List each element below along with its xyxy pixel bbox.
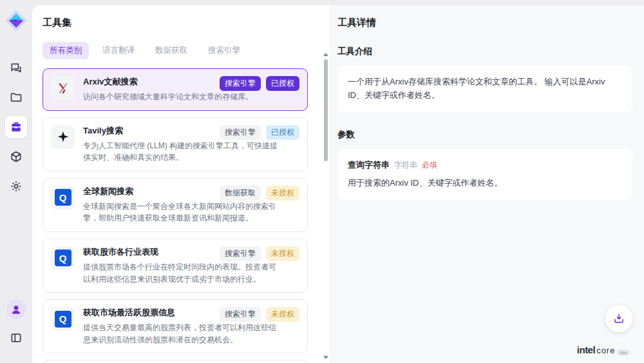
auth-status-badge: 未授权 <box>266 307 299 322</box>
tab-0[interactable]: 所有类别 <box>43 42 89 59</box>
tool-badges: 搜索引擎 未授权 <box>220 246 299 261</box>
tool-detail-panel: 工具详情 工具介绍 一个用于从Arxiv存储库搜索科学论文和文章的工具。 输入可… <box>330 5 644 363</box>
tab-2[interactable]: 数据获取 <box>148 42 194 59</box>
core-wordmark: core <box>596 346 615 355</box>
content-area: 工具集 所有类别语言翻译数据获取搜索引擎 Arxiv文献搜索 访问各个研究领域大… <box>32 5 644 363</box>
tool-description: 提供当天交易量最高的股票列表，投资者可以利用这些信息来识别流动性强的股票和潜在的… <box>83 322 279 346</box>
tavily-icon <box>51 125 75 149</box>
download-icon <box>613 313 625 324</box>
param-name: 查询字符串 <box>348 159 390 172</box>
sidebar <box>0 0 32 363</box>
tool-badges: 搜索引擎 已授权 <box>220 76 299 91</box>
intro-text: 一个用于从Arxiv存储库搜索科学论文和文章的工具。 输入可以是Arxiv ID… <box>348 77 605 100</box>
toolbox-icon[interactable] <box>5 116 27 138</box>
auth-status-badge: 未授权 <box>266 246 299 261</box>
user-avatar-icon[interactable] <box>6 300 26 319</box>
param-description: 用于搜索的Arxiv ID、关键字或作者姓名。 <box>348 177 622 190</box>
tool-badges: 数据获取 未授权 <box>220 186 299 201</box>
panel-toggle-icon[interactable] <box>5 327 27 349</box>
tool-card[interactable]: Tavily搜索 专为人工智能代理 (LLM) 构建的搜索引擎工具，可快速提供实… <box>43 117 308 172</box>
detail-title: 工具详情 <box>337 17 632 29</box>
q-logo-icon: Q <box>51 186 75 210</box>
param-card: 查询字符串 字符串 必填 用于搜索的Arxiv ID、关键字或作者姓名。 <box>337 149 632 201</box>
param-type: 字符串 <box>394 159 417 172</box>
scroll-up-arrow-icon[interactable] <box>323 53 328 56</box>
param-required-flag: 必填 <box>422 159 437 172</box>
tool-description: 专为人工智能代理 (LLM) 构建的搜索引擎工具，可快速提供实时、准确和真实的结… <box>83 140 279 164</box>
tool-card[interactable]: Arxiv文献搜索 访问各个研究领域大量科学论文和文章的存储库。 搜索引擎 已授… <box>43 68 308 111</box>
category-badge: 搜索引擎 <box>220 76 261 91</box>
auth-status-badge: 已授权 <box>266 76 299 91</box>
ultra-badge: Ultra <box>618 350 629 355</box>
tool-card[interactable]: Q 全球新闻搜索 全球新闻搜索是一个聚合全球各大新闻网站内容的搜索引擎，帮助用户… <box>43 178 308 232</box>
scroll-down-arrow-icon[interactable] <box>323 356 328 359</box>
q-logo-icon: Q <box>51 307 75 331</box>
q-logo-icon: Q <box>51 246 75 270</box>
tool-card[interactable]: Q 获取股市各行业表现 提供股票市场各个行业在特定时间段内的表现。投资者可以利用… <box>43 239 308 293</box>
scrollbar-thumb[interactable] <box>324 59 328 161</box>
folder-icon[interactable] <box>5 86 27 108</box>
app-logo-icon <box>5 9 28 32</box>
category-badge: 搜索引擎 <box>220 125 261 140</box>
category-badge: 搜索引擎 <box>220 307 261 322</box>
tool-description: 全球新闻搜索是一个聚合全球各大新闻网站内容的搜索引擎，帮助用户快速获取全球最新资… <box>83 201 279 224</box>
category-badge: 数据获取 <box>220 186 261 201</box>
intro-card: 一个用于从Arxiv存储库搜索科学论文和文章的工具。 输入可以是Arxiv ID… <box>337 66 632 112</box>
auth-status-badge: 已授权 <box>266 125 299 140</box>
tool-list: Arxiv文献搜索 访问各个研究领域大量科学论文和文章的存储库。 搜索引擎 已授… <box>43 68 308 363</box>
params-section-title: 参数 <box>337 129 632 141</box>
download-button[interactable] <box>605 305 632 332</box>
list-scrollbar[interactable] <box>323 54 328 358</box>
intel-wordmark: intel <box>577 344 595 355</box>
tab-1[interactable]: 语言翻译 <box>95 42 142 59</box>
intel-core-logo: intel core Ultra <box>577 344 629 355</box>
chat-icon[interactable] <box>5 57 27 79</box>
tool-description: 提供股票市场各个行业在特定时间段内的表现。投资者可以利用这些信息来识别表现优于或… <box>83 261 279 285</box>
category-tabs: 所有类别语言翻译数据获取搜索引擎 <box>43 42 330 59</box>
category-badge: 搜索引擎 <box>220 246 261 261</box>
cube-icon[interactable] <box>5 146 27 168</box>
tool-card[interactable]: Q 获取市场最活跃股票信息 提供当天交易量最高的股票列表，投资者可以利用这些信息… <box>43 299 308 353</box>
tool-badges: 搜索引擎 已授权 <box>220 125 299 140</box>
settings-gear-icon[interactable] <box>5 175 27 197</box>
intro-section-title: 工具介绍 <box>337 46 632 57</box>
tool-badges: 搜索引擎 未授权 <box>220 307 299 322</box>
arxiv-icon <box>51 76 75 100</box>
toolset-title: 工具集 <box>43 17 330 29</box>
auth-status-badge: 未授权 <box>266 186 299 201</box>
tool-description: 访问各个研究领域大量科学论文和文章的存储库。 <box>83 91 279 103</box>
param-header: 查询字符串 字符串 必填 <box>348 159 622 172</box>
tool-card[interactable]: 万维地区新闻查询 查询具体行政区划内的新闻，快速了解各地新闻动 搜索引擎 未授权 <box>43 360 308 363</box>
toolset-panel: 工具集 所有类别语言翻译数据获取搜索引擎 Arxiv文献搜索 访问各个研究领域大… <box>32 5 330 363</box>
tab-3[interactable]: 搜索引擎 <box>201 42 247 59</box>
